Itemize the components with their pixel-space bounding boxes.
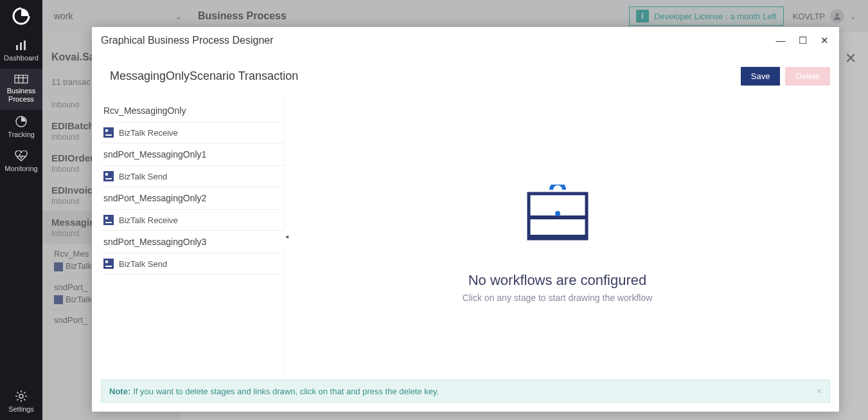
stage-type[interactable]: BizTalk Receive	[101, 210, 284, 231]
chart-icon	[15, 40, 28, 51]
port-icon	[103, 127, 114, 138]
sidebar-item-label: Settings	[8, 405, 34, 414]
tracking-icon	[15, 115, 28, 128]
modal-titlebar: Graphical Business Process Designer — ☐ …	[92, 27, 839, 54]
svg-rect-0	[16, 45, 18, 50]
svg-rect-1	[20, 42, 22, 50]
sidebar-item-dashboard[interactable]: Dashboard	[0, 35, 42, 69]
transaction-name: MessagingOnlyScenario Transaction	[110, 69, 298, 83]
save-button[interactable]: Save	[741, 67, 781, 86]
stage-type[interactable]: BizTalk Send	[101, 166, 284, 187]
stage-type[interactable]: BizTalk Receive	[101, 122, 284, 143]
sidebar-item-label: Dashboard	[4, 54, 39, 62]
stage-item[interactable]: sndPort_MessagingOnly3	[101, 231, 284, 253]
sidebar-item-settings[interactable]: Settings	[0, 385, 42, 420]
process-icon	[14, 74, 28, 84]
minimize-button[interactable]: —	[775, 35, 786, 46]
heart-icon	[15, 151, 28, 162]
empty-subtitle: Click on any stage to start drawing the …	[463, 293, 653, 303]
note-bar: Note: If you want to delete stages and l…	[101, 379, 830, 403]
close-button[interactable]: ✕	[819, 35, 830, 46]
app-sidebar: Dashboard Business Process Tracking Moni…	[0, 0, 42, 420]
stage-item[interactable]: Rcv_MessagingOnly	[101, 100, 284, 122]
svg-rect-3	[15, 75, 28, 83]
stages-panel: Rcv_MessagingOnly BizTalk Receive sndPor…	[101, 100, 285, 373]
sidebar-item-label: Business Process	[7, 87, 36, 104]
collapse-handle[interactable]: ◂	[284, 228, 289, 246]
designer-modal: Graphical Business Process Designer — ☐ …	[92, 27, 839, 412]
gear-icon	[15, 390, 28, 403]
briefcase-icon	[522, 185, 593, 246]
sidebar-item-business-process[interactable]: Business Process	[0, 69, 42, 110]
stage-item[interactable]: sndPort_MessagingOnly1	[101, 143, 284, 166]
note-text: If you want to delete stages and links d…	[133, 387, 439, 396]
stage-item[interactable]: sndPort_MessagingOnly2	[101, 187, 284, 210]
workflow-canvas[interactable]: No workflows are configured Click on any…	[285, 100, 830, 373]
svg-point-8	[19, 394, 23, 398]
modal-header: MessagingOnlyScenario Transaction Save D…	[92, 54, 839, 100]
svg-point-13	[555, 211, 560, 216]
port-icon	[103, 171, 114, 181]
port-icon	[103, 215, 114, 225]
note-label: Note:	[109, 387, 130, 396]
app-logo[interactable]	[0, 0, 42, 32]
port-icon	[103, 259, 114, 269]
empty-illustration	[493, 170, 622, 260]
sidebar-item-tracking[interactable]: Tracking	[0, 110, 42, 145]
sidebar-item-monitoring[interactable]: Monitoring	[0, 145, 42, 179]
sidebar-item-label: Tracking	[8, 131, 35, 139]
svg-rect-12	[529, 235, 587, 239]
sidebar-item-label: Monitoring	[4, 165, 37, 173]
delete-button[interactable]: Delete	[785, 67, 830, 86]
empty-title: No workflows are configured	[468, 272, 647, 289]
dismiss-note-button[interactable]: ×	[817, 386, 822, 396]
modal-title: Graphical Business Process Designer	[101, 35, 274, 46]
maximize-button[interactable]: ☐	[797, 35, 808, 46]
stage-type[interactable]: BizTalk Send	[101, 253, 284, 275]
svg-rect-2	[24, 41, 26, 50]
